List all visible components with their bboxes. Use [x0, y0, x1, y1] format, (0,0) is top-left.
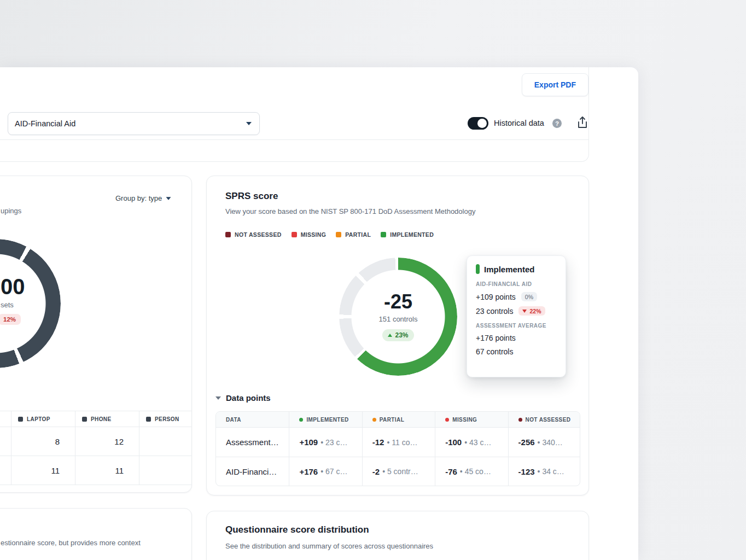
asset-donut-value: 00 [1, 276, 25, 298]
asset-cell [139, 427, 192, 456]
historical-data-label: Historical data [494, 119, 544, 127]
cell-implemented: +176 • 67 c… [289, 457, 362, 486]
cell-data-name: AID-Financi… [216, 457, 289, 486]
data-points-row: Assessment… +109 • 23 c… -12 • 11 co… -1… [216, 428, 580, 457]
asset-cell: 11 [75, 456, 139, 485]
cell-missing: -100 • 43 c… [435, 428, 508, 457]
sprs-change-badge: 23% [382, 329, 413, 341]
asset-table-header-laptop: LAPTOP [11, 411, 75, 427]
asset-table-row: 8 12 [0, 427, 192, 456]
partial-swatch [336, 232, 341, 237]
not-assessed-swatch [225, 232, 231, 237]
main-content-area: Export PDF AID-Financial Aid Historical … [0, 67, 638, 560]
sprs-score-value: -25 [384, 292, 412, 312]
asset-table-header-row: LAPTOP PHONE PERSON [0, 411, 192, 427]
sprs-title: SPRS score [225, 191, 278, 202]
context-text: estionnaire score, but provides more con… [1, 539, 141, 547]
legend-item-partial: PARTIAL [336, 231, 371, 238]
group-by-dropdown[interactable]: Group by: type [115, 194, 171, 202]
sprs-controls-count: 151 controls [379, 315, 418, 323]
sprs-legend: NOT ASSESSED MISSING PARTIAL IMPLEMENTED [225, 231, 434, 238]
legend-item-implemented: IMPLEMENTED [381, 231, 434, 238]
tooltip-average-controls: 67 controls [476, 347, 557, 356]
tooltip-average-label: ASSESSMENT AVERAGE [476, 323, 557, 329]
data-points-row: AID-Financi… +176 • 67 c… -2 • 5 contr… … [216, 457, 580, 486]
arrow-down-icon [522, 310, 527, 313]
asset-change-badge: 12% [0, 314, 21, 325]
missing-swatch [292, 232, 297, 237]
asset-cell: 11 [11, 456, 75, 485]
context-card: estionnaire score, but provides more con… [0, 508, 192, 560]
asset-cell: 8 [11, 427, 75, 456]
missing-dot-icon [445, 418, 449, 422]
tooltip-header: Implemented [476, 264, 557, 274]
chevron-down-icon [166, 197, 171, 200]
legend-item-not-assessed: NOT ASSESSED [225, 231, 282, 238]
points-change-badge: 0% [521, 292, 537, 301]
asset-donut-label: sets [1, 301, 14, 309]
asset-table-header-person: PERSON [139, 411, 192, 427]
share-icon[interactable] [576, 115, 589, 132]
asset-cell: 12 [75, 427, 139, 456]
cell-implemented: +109 • 23 c… [289, 428, 362, 457]
questionnaire-subtitle: See the distribution and summary of scor… [225, 542, 433, 550]
asset-card-subtitle: upings [1, 207, 21, 215]
cell-missing: -76 • 45 co… [435, 457, 508, 486]
legend-item-missing: MISSING [292, 231, 327, 238]
historical-data-toggle[interactable] [468, 117, 488, 130]
asset-cell [0, 427, 11, 456]
header-divider [0, 139, 588, 140]
group-by-label: Group by: type [115, 194, 162, 202]
asset-table-header-cell [0, 411, 11, 427]
tooltip-group-label: AID-FINANCIAL AID [476, 281, 557, 287]
tooltip-average-points: +176 points [476, 334, 557, 342]
tooltip-controls-row: 23 controls 22% [476, 306, 557, 316]
asset-table-header-phone: PHONE [75, 411, 139, 427]
sprs-subtitle: View your score based on the NIST SP 800… [225, 207, 475, 215]
cell-not-assessed: -256 • 340… [508, 428, 580, 457]
data-points-table: DATA IMPLEMENTED PARTIAL MISSING [215, 411, 580, 486]
header-not-assessed: NOT ASSESSED [508, 412, 580, 427]
header-partial: PARTIAL [362, 412, 435, 427]
scope-dropdown[interactable]: AID-Financial Aid [8, 112, 260, 135]
asset-groupings-card: Group by: type upings 00 sets 12% LAPTOP… [0, 176, 192, 493]
laptop-icon [18, 417, 23, 422]
implemented-tooltip: Implemented AID-FINANCIAL AID +109 point… [467, 255, 566, 377]
sprs-score-card: SPRS score View your score based on the … [206, 176, 589, 495]
cell-not-assessed: -123 • 34 c… [508, 457, 580, 486]
implemented-dot-icon [299, 418, 303, 422]
export-pdf-button[interactable]: Export PDF [522, 73, 588, 96]
questionnaire-distribution-card: Questionnaire score distribution See the… [206, 511, 589, 560]
asset-table-row: 11 11 [0, 456, 192, 485]
not-assessed-dot-icon [518, 418, 522, 422]
implemented-bar-icon [476, 264, 480, 274]
implemented-swatch [381, 232, 386, 237]
data-points-collapse-header[interactable]: Data points [215, 393, 271, 402]
header-panel: Export PDF AID-Financial Aid Historical … [0, 67, 589, 162]
cell-partial: -12 • 11 co… [362, 428, 435, 457]
controls-change-badge: 22% [518, 306, 545, 316]
scope-dropdown-value: AID-Financial Aid [15, 119, 246, 128]
sprs-donut-center: -25 151 controls 23% [339, 258, 457, 376]
asset-cell [139, 456, 192, 485]
partial-dot-icon [372, 418, 376, 422]
data-points-header-row: DATA IMPLEMENTED PARTIAL MISSING [216, 412, 580, 428]
header-data: DATA [216, 412, 289, 427]
chevron-down-icon [215, 396, 221, 400]
tooltip-title: Implemented [484, 265, 535, 274]
asset-table: LAPTOP PHONE PERSON 8 12 [0, 411, 192, 485]
toggle-knob [477, 119, 487, 128]
header-implemented: IMPLEMENTED [289, 412, 362, 427]
phone-icon [82, 417, 87, 422]
cell-partial: -2 • 5 contr… [362, 457, 435, 486]
questionnaire-title: Questionnaire score distribution [225, 524, 369, 535]
tooltip-points-row: +109 points 0% [476, 292, 557, 301]
asset-cell [0, 456, 11, 485]
person-icon [146, 417, 151, 422]
data-points-title: Data points [226, 393, 271, 402]
header-missing: MISSING [435, 412, 508, 427]
page: Export PDF AID-Financial Aid Historical … [0, 0, 746, 560]
help-icon[interactable]: ? [552, 119, 562, 128]
chevron-down-icon [246, 122, 252, 125]
cell-data-name: Assessment… [216, 428, 289, 457]
